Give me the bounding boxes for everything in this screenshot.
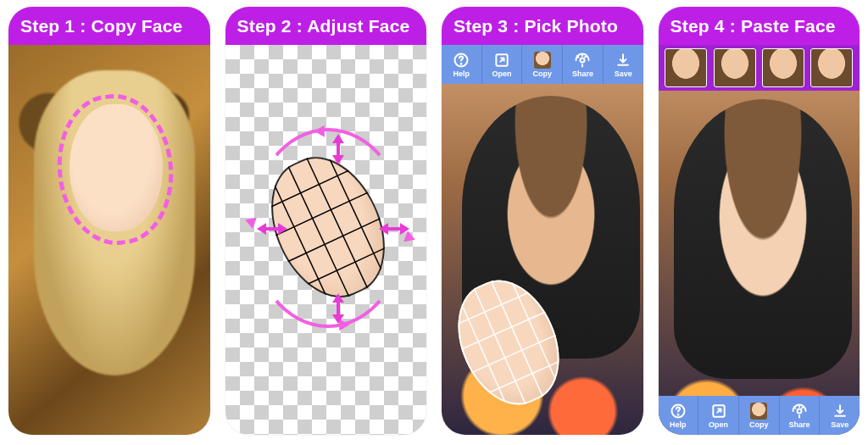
screenshot-row: Step 1 : Copy Face Step 2 : Adjust Face (0, 0, 868, 442)
step-title: Step 4 : Paste Face (670, 16, 836, 36)
button-label: Open (492, 70, 512, 78)
save-button[interactable]: Save (820, 396, 860, 435)
svg-point-5 (677, 414, 678, 414)
svg-point-3 (581, 58, 585, 62)
download-icon (615, 52, 632, 69)
help-icon (670, 403, 687, 420)
download-icon (832, 403, 849, 420)
scale-handle-left[interactable] (251, 223, 293, 235)
step-header: Step 1 : Copy Face (8, 7, 210, 45)
share-icon (574, 52, 591, 69)
step-card-4: Step 4 : Paste Face Help (659, 7, 860, 435)
scale-handle-right[interactable] (373, 223, 415, 235)
scale-handle-top[interactable] (332, 128, 344, 170)
svg-point-1 (461, 63, 462, 64)
button-label: Share (788, 420, 810, 429)
step-body: Help Open Copy Share (442, 45, 643, 435)
open-icon (493, 52, 510, 69)
button-label: Copy (749, 420, 769, 429)
save-button[interactable]: Save (604, 45, 643, 84)
transparent-canvas[interactable] (225, 45, 427, 435)
share-button[interactable]: Share (563, 45, 604, 84)
share-button[interactable]: Share (780, 396, 821, 435)
svg-point-7 (797, 409, 801, 413)
toolbar: Help Open Copy Share (659, 396, 860, 435)
help-icon (453, 52, 470, 69)
open-button[interactable]: Open (482, 45, 523, 84)
step-body: Help Open Copy Share (659, 45, 860, 435)
result-canvas: Help Open Copy Share (659, 45, 860, 435)
share-icon (791, 403, 808, 420)
copy-button[interactable]: Copy (739, 396, 780, 435)
button-label: Help (453, 70, 470, 78)
face-thumb-icon (534, 52, 551, 69)
button-label: Help (670, 420, 687, 429)
step-title: Step 3 : Pick Photo (453, 16, 618, 36)
scale-handle-bottom[interactable] (332, 287, 344, 330)
face-gallery (659, 45, 860, 91)
step-card-1: Step 1 : Copy Face (8, 7, 210, 435)
step-title: Step 1 : Copy Face (20, 16, 182, 36)
help-button[interactable]: Help (442, 45, 482, 84)
toolbar: Help Open Copy Share (442, 45, 643, 84)
gallery-face-4[interactable] (810, 48, 853, 87)
button-label: Save (615, 70, 632, 78)
step-card-3: Step 3 : Pick Photo Help Open Copy (442, 7, 643, 435)
gallery-face-3[interactable] (762, 48, 804, 87)
step-header: Step 4 : Paste Face (659, 7, 860, 45)
open-icon (710, 403, 727, 420)
target-photo[interactable]: Help Open Copy Share (442, 45, 643, 435)
step-card-2: Step 2 : Adjust Face (225, 7, 427, 435)
open-button[interactable]: Open (698, 396, 739, 435)
gallery-face-2[interactable] (714, 48, 756, 87)
gallery-face-1[interactable] (665, 48, 707, 87)
source-photo[interactable] (8, 45, 210, 435)
button-label: Share (572, 70, 593, 78)
copy-button[interactable]: Copy (522, 45, 563, 84)
button-label: Save (831, 420, 849, 429)
step-header: Step 2 : Adjust Face (225, 7, 427, 45)
step-title: Step 2 : Adjust Face (237, 16, 410, 36)
result-portrait (674, 99, 852, 379)
button-label: Copy (533, 70, 553, 78)
step-body (225, 45, 427, 435)
step-body (8, 45, 210, 435)
face-thumb-icon (750, 403, 767, 420)
step-header: Step 3 : Pick Photo (442, 7, 643, 45)
help-button[interactable]: Help (659, 396, 699, 435)
button-label: Open (709, 420, 728, 429)
